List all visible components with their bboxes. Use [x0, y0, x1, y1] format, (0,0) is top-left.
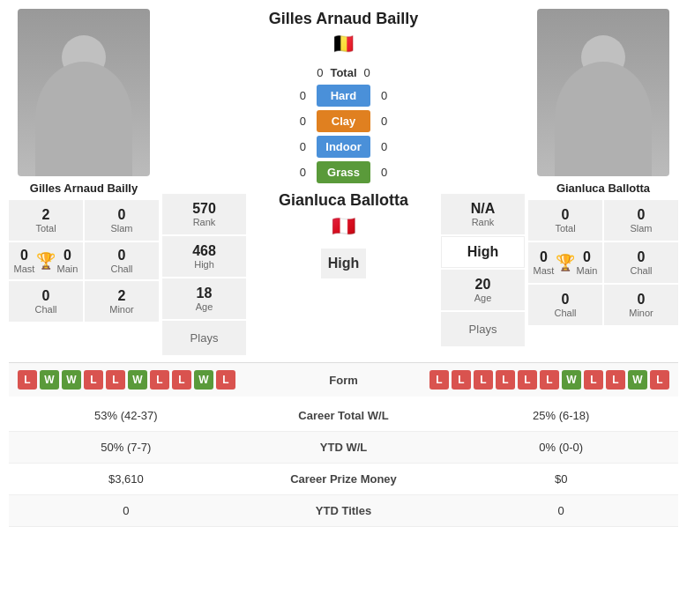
- player1-plays-box: Plays: [162, 321, 246, 355]
- clay-left: 0: [294, 115, 311, 128]
- player2-rank-box: N/A Rank: [441, 194, 525, 234]
- p2-slam-lbl: Slam: [608, 223, 675, 234]
- p2-chall-lbl: Chall: [608, 265, 675, 276]
- form-badge: L: [474, 370, 493, 390]
- form-badge: W: [194, 370, 213, 390]
- player2-avatar: [537, 9, 669, 176]
- player1-mast-box: 0 Mast 🏆 0 Main: [9, 242, 83, 279]
- p2-chall2: 0: [532, 292, 599, 308]
- player1-high-box: 468 High: [162, 236, 246, 277]
- surface-buttons: 0 Hard 0 0 Clay 0 0 Indoor 0 0 Grass: [294, 85, 392, 183]
- form-badge: L: [150, 370, 169, 390]
- player1-chall-box2: 0 Chall: [9, 281, 83, 322]
- form-badge: L: [18, 370, 37, 390]
- indoor-right: 0: [376, 140, 393, 153]
- stats-row: 50% (7-7) YTD W/L 0% (0-0): [9, 432, 678, 464]
- player2-high-box: High: [441, 236, 525, 268]
- player2-info-col: N/A Rank High 20 Age Plays: [441, 194, 525, 346]
- form-badge: W: [628, 370, 647, 390]
- hard-left: 0: [294, 89, 311, 102]
- player1-slam-value: 0: [88, 207, 155, 223]
- stat-center: Career Total W/L: [243, 400, 444, 432]
- player1-age-box: 18 Age: [162, 278, 246, 319]
- player1-slam-label: Slam: [88, 223, 155, 234]
- stats-row: $3,610 Career Prize Money $0: [9, 464, 678, 495]
- form-section: LWWLLWLLWL Form LLLLLLWLLWL: [9, 362, 678, 397]
- form-badge: W: [62, 370, 81, 390]
- stat-left: 0: [9, 495, 243, 527]
- form-badge: L: [429, 370, 449, 390]
- avatar2-body: [555, 62, 652, 176]
- form-badge: L: [650, 370, 669, 390]
- clay-button[interactable]: Clay: [317, 110, 370, 132]
- hard-row: 0 Hard 0: [294, 85, 392, 107]
- indoor-button[interactable]: Indoor: [317, 136, 370, 158]
- total-right: 0: [364, 66, 370, 79]
- form-badge: L: [606, 370, 625, 390]
- p2-minor-val: 0: [608, 292, 675, 308]
- player2-section: Gianluca Ballotta 0 Total 0 Slam 0 Mast …: [528, 9, 678, 325]
- player2-age-label: Age: [444, 293, 521, 303]
- stats-row: 0 YTD Titles 0: [9, 495, 678, 527]
- indoor-left: 0: [294, 140, 311, 153]
- form-badge: L: [496, 370, 515, 390]
- p2-total-val: 0: [532, 207, 599, 223]
- player1-high-value: 468: [166, 243, 243, 259]
- p2-mast-val: 0: [532, 249, 556, 265]
- grass-right: 0: [376, 166, 393, 179]
- main-container: Gilles Arnaud Bailly 2 Total 0 Slam 0 Ma…: [0, 0, 687, 536]
- p2-total-box: 0 Total: [528, 200, 602, 241]
- avatar1-body: [35, 62, 132, 176]
- form-badge: L: [584, 370, 603, 390]
- player2-high-value: High: [445, 244, 520, 260]
- p2-mast-row: 0 Mast 🏆 0 Main: [528, 242, 602, 283]
- grass-row: 0 Grass 0: [294, 161, 392, 183]
- top-row: Gilles Arnaud Bailly 2 Total 0 Slam 0 Ma…: [9, 9, 678, 355]
- player1-chall-label: Chall: [88, 263, 155, 274]
- hard-right: 0: [376, 89, 393, 102]
- clay-row: 0 Clay 0: [294, 110, 392, 132]
- form-badge: W: [562, 370, 581, 390]
- p2-chall-box: 0 Chall: [604, 242, 678, 283]
- player1-rank-box: 570 Rank: [162, 194, 246, 234]
- p2-mast-lbl: Mast: [532, 265, 556, 276]
- form-badge: L: [106, 370, 125, 390]
- form-badge: L: [518, 370, 537, 390]
- total-label: Total: [330, 66, 356, 79]
- p2-main-lbl: Main: [575, 265, 599, 276]
- stat-right: $0: [444, 464, 678, 495]
- player1-total-value: 2: [12, 207, 79, 223]
- indoor-row: 0 Indoor 0: [294, 136, 392, 158]
- grass-button[interactable]: Grass: [317, 161, 370, 183]
- hard-button[interactable]: Hard: [317, 85, 370, 107]
- player1-high-label: High: [166, 259, 243, 270]
- player1-slam-box: 0 Slam: [85, 200, 159, 241]
- p2-high-text: High: [328, 256, 360, 271]
- form-badge: W: [40, 370, 59, 390]
- stat-right: 0: [444, 495, 678, 527]
- player1-main-label: Main: [56, 263, 79, 274]
- stat-center: Career Prize Money: [243, 464, 444, 495]
- player1-info-col: 570 Rank 468 High 18 Age Plays: [162, 194, 246, 355]
- p1-chall-lbl: Chall: [12, 304, 79, 315]
- player1-mast-label: Mast: [12, 263, 36, 274]
- stat-center: YTD W/L: [243, 432, 444, 464]
- middle-col: Gilles Arnaud Bailly 🇧🇪 0 Total 0 0 Hard…: [250, 9, 437, 278]
- form-label: Form: [300, 374, 388, 387]
- total-left: 0: [317, 66, 323, 79]
- player2-plays-box: Plays: [441, 312, 525, 346]
- player1-rank-value: 570: [166, 201, 243, 217]
- player1-rank-label: Rank: [166, 217, 243, 227]
- p2-name-center: Gianluca Ballotta: [279, 190, 408, 211]
- stat-right: 25% (6-18): [444, 400, 678, 432]
- player2-name: Gianluca Ballotta: [556, 182, 650, 195]
- player2-trophy: 🏆: [556, 253, 575, 272]
- player1-minor-box: 2 Minor: [85, 281, 159, 322]
- stat-left: $3,610: [9, 464, 243, 495]
- p1-name-center: Gilles Arnaud Bailly: [269, 9, 418, 29]
- stat-right: 0% (0-0): [444, 432, 678, 464]
- player2-rank-value: N/A: [444, 201, 521, 217]
- p2-chall2-lbl: Chall: [532, 308, 599, 318]
- stats-table: 53% (42-37) Career Total W/L 25% (6-18) …: [9, 400, 678, 527]
- player1-minor-value: 2: [88, 288, 155, 304]
